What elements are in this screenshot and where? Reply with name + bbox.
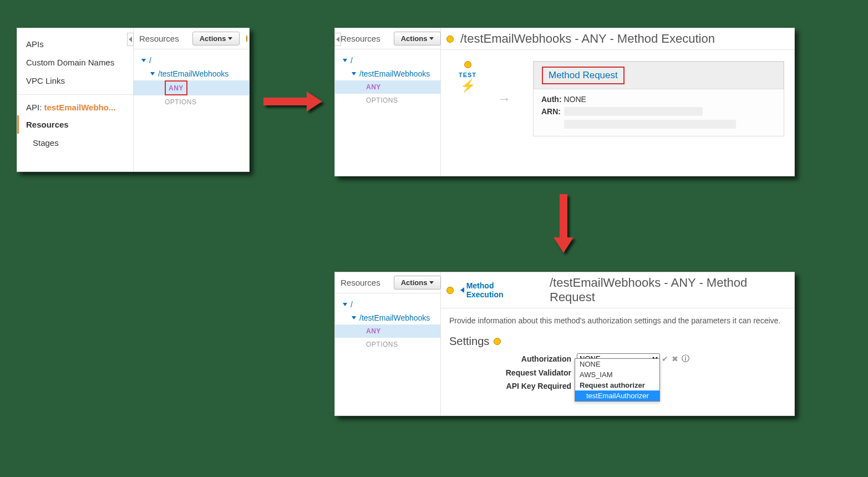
api-key-required-label: API Key Required	[449, 382, 577, 390]
tree-resource[interactable]: /testEmailWebhooks	[335, 311, 440, 324]
tree-method-options[interactable]: OPTIONS	[335, 338, 440, 351]
method-request-header[interactable]: Method Request	[534, 62, 784, 89]
tree-root-label: /	[351, 299, 353, 310]
tree-resource-label: /testEmailWebhooks	[359, 312, 430, 323]
panel-step3: Resources Actions / /testEmailWebhooks A…	[334, 272, 795, 416]
back-to-method-execution[interactable]: Method Execution	[460, 281, 531, 299]
method-request-title-3: /testEmailWebhooks - ANY - Method Reques…	[550, 276, 789, 305]
chevron-left-icon	[129, 37, 132, 42]
arrow-right-icon: →	[498, 91, 511, 106]
arn-label: ARN:	[541, 107, 561, 116]
resources-header-2: Resources Actions	[335, 28, 440, 49]
api-name[interactable]: testEmailWebho...	[44, 103, 116, 112]
settings-heading: Settings	[449, 335, 785, 348]
arrow-down-icon	[554, 194, 573, 255]
method-request-pane: Method Execution /testEmailWebhooks - AN…	[440, 272, 794, 415]
redacted-arn-2	[564, 120, 736, 129]
tree-root-label: /	[351, 55, 353, 66]
method-request-body: Auth: NONE ARN:	[534, 89, 784, 136]
info-icon[interactable]: ⓘ	[680, 354, 691, 364]
authz-option-none[interactable]: NONE	[575, 359, 659, 369]
status-dot-icon	[446, 35, 454, 43]
expand-icon[interactable]	[150, 72, 155, 75]
status-dot-icon	[464, 61, 471, 68]
caret-down-icon	[429, 281, 434, 284]
tree-root[interactable]: /	[335, 298, 440, 311]
method-request-description: Provide information about this method's …	[449, 308, 785, 327]
actions-label: Actions	[401, 278, 428, 287]
tree-method-any[interactable]: ANY	[335, 324, 440, 338]
resources-column: Resources Actions / /testEmailWebhooks A…	[134, 28, 249, 171]
collapse-left[interactable]	[334, 33, 341, 46]
flow-arrow-small: →	[498, 91, 520, 106]
auth-value: NONE	[564, 95, 586, 104]
nav-apis[interactable]: APIs	[17, 35, 133, 53]
resources-header-3: Resources Actions	[335, 272, 440, 293]
auth-label: Auth:	[541, 95, 562, 104]
method-any-label: ANY	[366, 326, 381, 337]
nav-vpc-links[interactable]: VPC Links	[17, 72, 133, 90]
back-label: Method Execution	[466, 281, 531, 299]
test-block[interactable]: TEST ⚡	[451, 61, 484, 93]
authorization-label: Authorization	[449, 354, 577, 363]
tree-resource[interactable]: /testEmailWebhooks	[134, 67, 249, 80]
test-label: TEST	[459, 72, 476, 78]
expand-icon[interactable]	[352, 316, 356, 319]
method-execution-pane: /testEmailWebhooks - ANY - Method Execut…	[440, 28, 794, 176]
authz-optgroup-request-authorizer: Request authorizer	[575, 380, 659, 390]
expand-icon[interactable]	[343, 59, 347, 62]
status-dot-icon	[246, 35, 247, 42]
status-dot-icon	[494, 338, 501, 345]
tree-root[interactable]: /	[335, 54, 440, 67]
method-any-label: ANY	[366, 82, 381, 93]
actions-label: Actions	[401, 34, 428, 43]
actions-button-2[interactable]: Actions	[394, 32, 441, 45]
tree-root[interactable]: /	[134, 54, 249, 67]
actions-button[interactable]: Actions	[192, 32, 240, 45]
tree-method-any[interactable]: ANY	[335, 80, 440, 94]
expand-icon[interactable]	[343, 303, 347, 306]
authz-option-testemailauthorizer[interactable]: testEmailAuthorizer	[575, 390, 659, 401]
lightning-icon: ⚡	[460, 79, 475, 93]
tree-resource-label: /testEmailWebhooks	[158, 68, 229, 79]
method-exec-title: /testEmailWebhooks - ANY - Method Execut…	[460, 32, 715, 46]
auth-row: Auth: NONE	[541, 95, 776, 104]
expand-icon[interactable]	[352, 72, 356, 75]
divider	[17, 94, 133, 95]
highlight-any: ANY	[165, 80, 187, 95]
resources-title: Resources	[139, 34, 179, 43]
authorization-dropdown[interactable]: NONE AWS_IAM Request authorizer testEmai…	[575, 358, 660, 402]
sidebar: APIs Custom Domain Names VPC Links API: …	[17, 28, 134, 171]
resources-header: Resources Actions	[134, 28, 249, 49]
method-options-label: OPTIONS	[165, 97, 197, 108]
arrow-left-icon	[460, 287, 464, 293]
resources-title-2: Resources	[341, 34, 380, 43]
tree-method-options[interactable]: OPTIONS	[335, 94, 440, 107]
nav-custom-domain[interactable]: Custom Domain Names	[17, 53, 133, 72]
tree-resource[interactable]: /testEmailWebhooks	[335, 67, 440, 80]
tree-method-any[interactable]: ANY	[134, 80, 249, 95]
collapse-sidebar[interactable]	[127, 33, 134, 46]
method-exec-header: /testEmailWebhooks - ANY - Method Execut…	[441, 28, 794, 50]
method-request-header-3: Method Execution /testEmailWebhooks - AN…	[441, 272, 794, 308]
nav-stages[interactable]: Stages	[17, 134, 133, 152]
authz-option-aws-iam[interactable]: AWS_IAM	[575, 369, 659, 380]
resource-tree: / /testEmailWebhooks ANY OPTIONS	[134, 49, 249, 113]
tree-root-label: /	[149, 55, 151, 66]
redacted-arn-1	[564, 107, 703, 116]
confirm-icon[interactable]: ✔	[660, 354, 670, 363]
status-dot-icon	[446, 287, 454, 294]
method-any-label: ANY	[169, 84, 184, 92]
method-options-label: OPTIONS	[366, 95, 398, 106]
expand-icon[interactable]	[141, 59, 146, 62]
method-request-title: Method Request	[549, 70, 618, 80]
api-prefix: API:	[26, 103, 44, 112]
settings-label: Settings	[449, 335, 489, 348]
actions-button-3[interactable]: Actions	[394, 276, 441, 290]
tree-method-options[interactable]: OPTIONS	[134, 95, 249, 109]
highlight-method-request: Method Request	[542, 67, 625, 84]
method-request-body-3: Provide information about this method's …	[440, 308, 794, 390]
nav-resources[interactable]: Resources	[17, 115, 133, 134]
panel-step2: Resources Actions / /testEmailWebhooks A…	[334, 28, 795, 176]
cancel-icon[interactable]: ✖	[670, 354, 680, 363]
